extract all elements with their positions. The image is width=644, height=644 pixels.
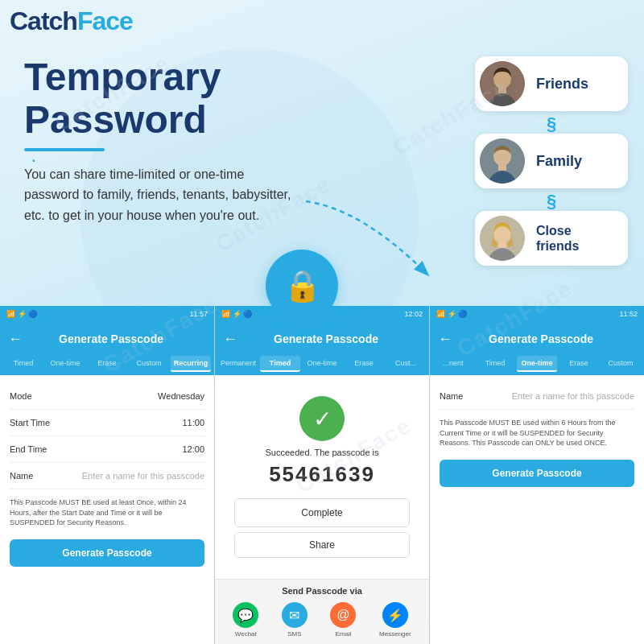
avatar-family-svg xyxy=(480,138,525,184)
avatar-friends xyxy=(480,61,525,106)
phone3-field-name-placeholder[interactable]: Enter a name for this passcode xyxy=(512,391,634,401)
phone-2: 📶 ⚡ 🔵 12:02 ← Generate Passcode Permanen… xyxy=(215,306,429,644)
phone2-share-btn[interactable]: Share xyxy=(234,532,410,558)
person-label-close: Closefriends xyxy=(536,223,579,254)
phone1-body: Mode Wednesday Start Time 11:00 End Time… xyxy=(0,375,214,644)
phone3-generate-btn[interactable]: Generate Passcode xyxy=(440,460,634,487)
phone3-status-left: 📶 ⚡ 🔵 xyxy=(436,310,467,318)
phone1-back-btn[interactable]: ← xyxy=(8,331,23,348)
send-via-title: Send Passcode via xyxy=(221,586,423,596)
phone1-tab-recurring[interactable]: Recurring xyxy=(171,356,211,372)
phone3-tab-onetime[interactable]: One-time xyxy=(517,356,557,372)
phone1-tab-onetime[interactable]: One-time xyxy=(45,356,85,372)
phone1-field-name-label: Name xyxy=(10,471,33,481)
wechat-icon: 💬 xyxy=(233,602,258,628)
phone1-field-mode: Mode Wednesday xyxy=(10,383,204,410)
phone2-tab-bar: Permanent Timed One-time Erase Cust... xyxy=(215,356,429,375)
phone3-back-btn[interactable]: ← xyxy=(438,331,452,348)
email-label: Email xyxy=(335,630,351,638)
phone2-header-title: Generate Passcode xyxy=(246,332,407,345)
wechat-label: Wechat xyxy=(235,630,257,638)
phone3-tab-erase[interactable]: Erase xyxy=(559,356,599,372)
phones-row: 📶 ⚡ 🔵 11:57 ← Generate Passcode Timed On… xyxy=(0,306,644,644)
phone3-status-right: 11:52 xyxy=(619,310,638,318)
person-cards: Friends § Family xyxy=(475,56,628,269)
phone1-tab-timed[interactable]: Timed xyxy=(3,356,43,372)
phone1-field-name: Name Enter a name for this passcode xyxy=(10,463,204,489)
lock-icon: 🔒 xyxy=(283,268,321,303)
phone2-body: ✓ Succeeded. The passcode is 55461639 Co… xyxy=(215,375,429,579)
phone3-tab-custom[interactable]: Custom xyxy=(601,356,641,372)
phone1-header-title: Generate Passcode xyxy=(31,332,192,345)
send-via-icons: 💬 Wechat ✉ SMS @ Email ⚡ Messenger xyxy=(221,602,423,638)
phone1-header: ← Generate Passcode xyxy=(0,322,214,356)
phone1-field-end-value: 12:00 xyxy=(182,444,204,454)
person-label-friends: Friends xyxy=(536,76,588,93)
send-wechat[interactable]: 💬 Wechat xyxy=(233,602,258,638)
phone1-field-start-value: 11:00 xyxy=(182,418,204,427)
phone1-tab-custom[interactable]: Custom xyxy=(129,356,169,372)
temp-pw-underline: . xyxy=(24,148,105,151)
phone2-success-text: Succeeded. The passcode is xyxy=(225,448,419,457)
phone3-header-title: Generate Passcode xyxy=(460,332,621,345)
avatar-friends-svg xyxy=(480,61,525,106)
phone2-complete-btn[interactable]: Complete xyxy=(234,498,410,527)
avatar-family xyxy=(480,138,525,184)
phone2-header: ← Generate Passcode xyxy=(215,322,429,356)
phone1-status-left: 📶 ⚡ 🔵 xyxy=(6,310,37,318)
svg-rect-8 xyxy=(498,242,506,248)
phone3-field-name-label: Name xyxy=(440,391,463,401)
phone1-field-end: End Time 12:00 xyxy=(10,436,204,463)
phone-1: 📶 ⚡ 🔵 11:57 ← Generate Passcode Timed On… xyxy=(0,306,214,644)
phone1-generate-btn[interactable]: Generate Passcode xyxy=(10,539,204,567)
messenger-icon: ⚡ xyxy=(382,602,408,628)
person-card-close: Closefriends xyxy=(475,211,628,266)
send-sms[interactable]: ✉ SMS xyxy=(282,602,308,638)
phone1-field-mode-label: Mode xyxy=(10,391,32,401)
phone2-tab-custom[interactable]: Cust... xyxy=(386,356,426,372)
avatar-close xyxy=(480,216,525,261)
phone3-body: Name Enter a name for this passcode This… xyxy=(430,375,644,644)
connector-2: § xyxy=(475,192,628,211)
send-messenger[interactable]: ⚡ Messenger xyxy=(379,602,411,638)
person-card-friends: Friends xyxy=(475,56,628,111)
phone2-back-btn[interactable]: ← xyxy=(223,331,237,348)
app-header: CatchFace xyxy=(10,6,133,36)
logo-catch: Catch xyxy=(10,6,77,36)
phone3-status-bar: 📶 ⚡ 🔵 11:52 xyxy=(430,306,644,322)
main-content: CatchFace CatchFace CatchFace CatchFace … xyxy=(0,0,644,644)
phone1-tab-erase[interactable]: Erase xyxy=(87,356,127,372)
phone1-status-bar: 📶 ⚡ 🔵 11:57 xyxy=(0,306,214,322)
temp-pw-section: Temporary Password . You can share time-… xyxy=(24,56,330,225)
logo-face: Face xyxy=(77,6,133,36)
phone1-field-mode-value: Wednesday xyxy=(158,391,204,401)
phone2-status-right: 12:02 xyxy=(404,310,423,318)
phone2-tab-onetime[interactable]: One-time xyxy=(302,356,342,372)
phone2-tab-permanent[interactable]: Permanent xyxy=(218,356,258,372)
phone3-tab-bar: ...nent Timed One-time Erase Custom xyxy=(430,356,644,375)
lock-circle: 🔒 xyxy=(266,250,338,322)
phone3-header: ← Generate Passcode xyxy=(430,322,644,356)
send-email[interactable]: @ Email xyxy=(330,602,356,638)
phone1-note: This Passcode MUST BE used at least Once… xyxy=(10,497,204,528)
phone3-field-name: Name Enter a name for this passcode xyxy=(440,383,634,410)
person-label-family: Family xyxy=(536,153,582,170)
phone3-note: This Passcode MUST BE used within 6 Hour… xyxy=(440,418,634,448)
phone2-status-left: 📶 ⚡ 🔵 xyxy=(221,310,252,318)
sms-label: SMS xyxy=(287,630,301,638)
phone2-tab-timed[interactable]: Timed xyxy=(260,356,300,372)
send-via-section: Send Passcode via 💬 Wechat ✉ SMS @ Email xyxy=(215,579,429,644)
phone1-status-right: 11:57 xyxy=(189,310,208,318)
messenger-label: Messenger xyxy=(379,630,411,638)
phone1-field-name-placeholder[interactable]: Enter a name for this passcode xyxy=(82,471,204,481)
phone3-tab-permanent[interactable]: ...nent xyxy=(433,356,473,372)
success-check-icon: ✓ xyxy=(313,406,332,432)
phone1-field-start-label: Start Time xyxy=(10,418,50,427)
avatar-close-svg xyxy=(480,216,525,261)
phone3-tab-timed[interactable]: Timed xyxy=(475,356,515,372)
phone1-field-start: Start Time 11:00 xyxy=(10,410,204,436)
phone2-passcode: 55461639 xyxy=(225,462,419,487)
success-circle: ✓ xyxy=(299,396,345,441)
phone2-tab-erase[interactable]: Erase xyxy=(344,356,384,372)
svg-rect-2 xyxy=(498,87,506,93)
